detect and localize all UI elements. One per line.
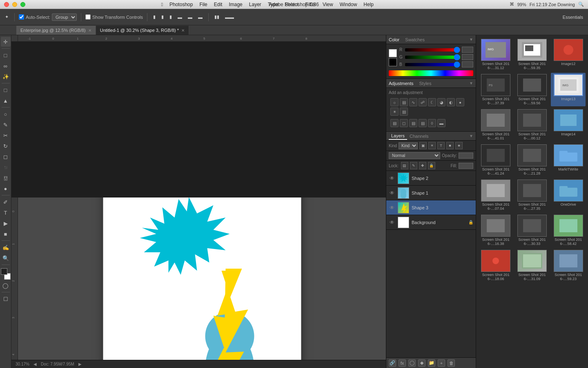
align-middle-btn[interactable]: ▬ (186, 14, 194, 20)
file-item-10[interactable]: Screen Shot 2016-....21.28 (515, 143, 550, 177)
foreground-color-chip[interactable] (1, 268, 7, 275)
auto-select-dropdown[interactable]: Group (52, 13, 77, 21)
move-tool[interactable]: ✛ (1, 37, 11, 47)
file-item-0[interactable]: IMG Screen Shot 2016-....31.12 (479, 38, 513, 71)
file-item-17[interactable]: Screen Shot 2016-....58.42 (551, 213, 586, 247)
layer-menu[interactable]: Layer (249, 2, 261, 7)
path-select-tool[interactable]: ▶ (1, 218, 11, 228)
tab-close-untitled[interactable]: ✕ (181, 28, 185, 33)
help-menu[interactable]: Help (363, 2, 374, 7)
file-item-16[interactable]: Screen Shot 2016-....30.33 (515, 213, 550, 247)
file-item-6[interactable]: Screen Shot 2016-....41.01 (479, 108, 513, 141)
color-spectrum-bar[interactable] (389, 70, 473, 76)
gradient-map-icon[interactable]: ▬ (437, 119, 445, 127)
color-panel-title-btn[interactable]: Color (389, 37, 399, 42)
layer-adjustment-btn[interactable]: ◆ (418, 359, 425, 367)
layer-visibility-background[interactable]: 👁 (389, 220, 395, 225)
show-transform-checkbox[interactable] (85, 14, 91, 20)
layer-visibility-shape2[interactable]: 👁 (389, 175, 395, 181)
history-brush-tool[interactable]: ↻ (1, 141, 11, 151)
channel-mixer-icon[interactable]: ▤ (400, 108, 408, 116)
brightness-contrast-icon[interactable]: ☼ (390, 98, 399, 106)
layer-delete-btn[interactable]: 🗑 (448, 359, 455, 367)
kind-pixel-icon[interactable]: ▣ (419, 142, 427, 149)
file-item-11[interactable]: MarkITWrite (551, 143, 586, 177)
layers-panel-collapse[interactable]: ▼ (469, 134, 473, 138)
file-item-14[interactable]: OneDrive (551, 178, 586, 212)
foreground-swatch[interactable] (389, 49, 397, 57)
green-value[interactable]: 255 (462, 54, 473, 60)
dodge-tool[interactable]: ● (1, 184, 11, 193)
eyedropper-tool[interactable]: ▲ (1, 96, 11, 105)
distribute-v-btn[interactable]: ▬▬ (223, 14, 236, 20)
posterize-icon[interactable]: ▤ (409, 119, 417, 127)
selective-color-icon[interactable]: ◊ (428, 119, 436, 127)
crop-tool[interactable]: □ (1, 85, 11, 95)
file-item-12[interactable]: Screen Shot 2016-....07.04 (479, 178, 513, 212)
red-slider[interactable] (405, 48, 460, 52)
quick-mask-btn[interactable]: ◯ (1, 280, 11, 290)
align-top-btn[interactable]: ▬ (176, 14, 184, 20)
type-tool[interactable]: T (1, 208, 11, 218)
file-menu[interactable]: File (199, 2, 207, 7)
window-maximize-btn[interactable] (20, 2, 25, 7)
file-item-7[interactable]: Screen Shot 2016-....00.12 (515, 108, 550, 141)
kind-select[interactable]: Kind (399, 142, 418, 149)
blue-slider[interactable] (405, 63, 460, 66)
kind-smart-icon[interactable]: ★ (455, 142, 463, 149)
auto-select-checkbox[interactable] (19, 14, 24, 20)
color-balance-icon[interactable]: ◐ (447, 98, 455, 106)
file-item-19[interactable]: Screen Shot 2016-....31.09 (515, 249, 550, 282)
exposure-icon[interactable]: ☍ (419, 98, 427, 106)
layers-tab-btn[interactable]: Layers (389, 132, 407, 140)
file-item-1[interactable]: Screen Shot 2016-....59.35 (515, 38, 550, 71)
file-item-9[interactable]: Screen Shot 2016-....41.24 (479, 143, 513, 177)
background-swatch[interactable] (389, 58, 397, 66)
align-center-btn[interactable]: ▮ (160, 13, 165, 20)
apple-menu[interactable]:  (161, 2, 163, 7)
window-menu[interactable]: Window (340, 2, 357, 7)
layer-new-btn[interactable]: + (438, 359, 445, 367)
file-item-20[interactable]: Screen Shot 2016-....59.23 (551, 249, 586, 282)
lock-transparent-icon[interactable]: ▤ (401, 162, 408, 169)
tab-untitled[interactable]: Untitled-1 @ 30.2% (Shape 3, RGB/8) * ✕ (96, 26, 189, 35)
lock-image-icon[interactable]: ✎ (410, 162, 417, 169)
gradient-tool[interactable]: ◾ (1, 162, 11, 172)
color-preview-swatch[interactable] (389, 49, 397, 66)
marquee-tool[interactable]: □ (1, 50, 11, 60)
swatches-panel-title-btn[interactable]: Swatches (405, 37, 425, 42)
layer-fx-btn[interactable]: fx (399, 359, 406, 367)
photo-filter-icon[interactable]: ☀ (390, 108, 399, 116)
eraser-tool[interactable]: ◻ (1, 152, 11, 162)
layer-visibility-shape1[interactable]: 👁 (389, 190, 395, 196)
file-item-18[interactable]: Screen Shot 2016-....18.06 (479, 249, 513, 282)
view-menu[interactable]: View (323, 2, 333, 7)
file-item-13[interactable]: Screen Shot 2016-....27.35 (515, 178, 550, 212)
layer-group-btn[interactable]: 📁 (428, 359, 435, 367)
layer-mask-btn[interactable]: ◯ (408, 359, 416, 367)
essentials-btn[interactable]: Essentials (561, 14, 585, 20)
pen-tool[interactable]: ✐ (1, 197, 11, 207)
brush-tool[interactable]: ✎ (1, 120, 11, 130)
kind-shape-icon[interactable]: ■ (446, 142, 454, 149)
tab-close-enterprise[interactable]: ✕ (88, 28, 91, 33)
layer-item-shape3[interactable]: 👁 Shape 3 (386, 200, 476, 215)
photoshop-menu[interactable]: Photoshop (169, 2, 193, 7)
hand-tool[interactable]: ✍ (1, 242, 11, 252)
window-close-btn[interactable] (4, 2, 9, 7)
clone-stamp-tool[interactable]: ✂ (1, 130, 11, 140)
lasso-tool[interactable]: ∞ (1, 61, 11, 71)
kind-type-icon[interactable]: T (437, 142, 445, 149)
file-item-8[interactable]: Image14 (551, 108, 586, 141)
zoom-tool[interactable]: 🔍 (1, 253, 11, 263)
nav-right-icon[interactable]: ▶ (78, 362, 82, 366)
layer-item-shape2[interactable]: 👁 Shape 2 (386, 171, 476, 186)
file-item-15[interactable]: Screen Shot 2016-....16.38 (479, 213, 513, 247)
layer-link-btn[interactable]: 🔗 (389, 359, 396, 367)
magic-wand-tool[interactable]: ✨ (1, 72, 11, 81)
layer-item-shape1[interactable]: 👁 Shape 1 (386, 186, 476, 200)
opacity-input[interactable]: 100% (459, 153, 473, 159)
styles-title-btn[interactable]: Styles (419, 81, 432, 86)
lock-position-icon[interactable]: ✚ (419, 162, 426, 169)
canvas-area[interactable] (18, 197, 386, 360)
